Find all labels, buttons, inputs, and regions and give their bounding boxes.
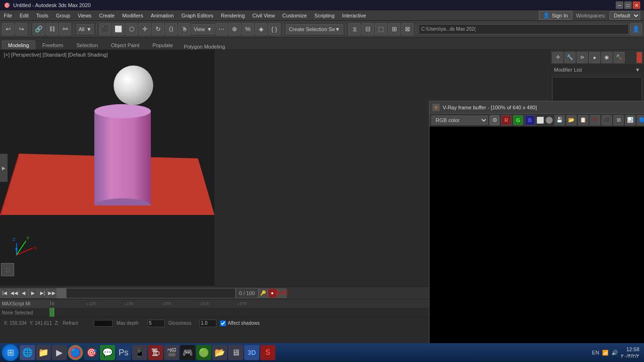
modify-tab[interactable]: 🔧 xyxy=(564,52,576,63)
taskbar-zip[interactable]: 🗜 xyxy=(148,345,163,360)
tl-prev-btn[interactable]: |◀ xyxy=(0,288,9,298)
scale-button[interactable]: ⟨⟩ xyxy=(165,23,177,35)
snap-angle[interactable]: ⊕ xyxy=(229,23,241,35)
filter-dropdown[interactable]: All ▼ xyxy=(76,24,94,34)
taskbar-red-s[interactable]: S xyxy=(260,345,275,360)
tl-next-frame-btn[interactable]: ▶| xyxy=(38,288,47,298)
vray-blue-channel[interactable]: B xyxy=(525,115,535,125)
percent-snap[interactable]: % xyxy=(242,23,254,35)
edit-named[interactable]: { } xyxy=(268,23,281,35)
menu-views[interactable]: Views xyxy=(74,10,95,20)
tab-object-paint[interactable]: Object Paint xyxy=(105,41,146,49)
taskbar-game[interactable]: 🎮 xyxy=(180,345,195,360)
create-selection-button[interactable]: Create Selection Se ▼ xyxy=(286,24,344,34)
workspace-dropdown[interactable]: Default xyxy=(610,11,640,20)
vray-clear-btn[interactable]: ✕ xyxy=(590,115,600,125)
motion-tab[interactable]: ● xyxy=(589,52,600,63)
vray-folder-btn[interactable]: 📂 xyxy=(566,115,577,125)
menu-edit[interactable]: Edit xyxy=(16,10,33,20)
layer-button[interactable]: ⬚ xyxy=(375,23,387,35)
tl-slider[interactable] xyxy=(57,288,236,298)
menu-rendering[interactable]: Rendering xyxy=(217,10,249,20)
snap-toggle[interactable]: ⋯ xyxy=(215,23,228,35)
vray-green-channel[interactable]: G xyxy=(513,115,523,125)
select-button[interactable]: ⬛ xyxy=(99,23,111,35)
move-button[interactable]: ✛ xyxy=(139,23,151,35)
color-swatch[interactable] xyxy=(636,52,642,63)
menu-tools[interactable]: Tools xyxy=(33,10,52,20)
taskbar-whatsapp[interactable]: 💬 xyxy=(100,345,115,360)
maxscript-label[interactable]: MAXScript Mi xyxy=(0,299,49,308)
taskbar-safari[interactable]: 🖥 xyxy=(228,345,243,360)
utilities-tab[interactable]: 🔨 xyxy=(613,52,625,63)
start-button[interactable]: ⊞ xyxy=(2,344,19,361)
sign-in-button[interactable]: 👤 Sign In xyxy=(539,11,572,20)
link-button[interactable]: 🔗 xyxy=(33,23,45,35)
taskbar-unknown[interactable]: 📱 xyxy=(132,345,147,360)
create-tab[interactable]: ✛ xyxy=(552,52,563,63)
user-avatar[interactable]: 👤 xyxy=(630,23,642,35)
vray-stereo-btn[interactable]: ⊞ xyxy=(613,115,624,125)
taskbar-chrome[interactable]: 🔵 xyxy=(68,345,83,360)
tl-play-back-btn[interactable]: ◀◀ xyxy=(9,288,19,298)
taskbar-media[interactable]: ▶ xyxy=(52,345,67,360)
hierarchy-tab[interactable]: ⊳ xyxy=(577,52,588,63)
bind-button[interactable]: ⚯ xyxy=(59,23,71,35)
taskbar-folder2[interactable]: 📂 xyxy=(212,345,227,360)
select-region-button[interactable]: ⬜ xyxy=(112,23,124,35)
menu-create[interactable]: Create xyxy=(95,10,118,20)
taskbar-ps[interactable]: Ps xyxy=(116,345,131,360)
tab-freeform[interactable]: Freeform xyxy=(36,41,70,49)
tab-modeling[interactable]: Modeling xyxy=(2,41,35,49)
menu-graph-editors[interactable]: Graph Editors xyxy=(178,10,217,20)
vray-lens-btn[interactable]: 🔵 xyxy=(637,115,644,125)
mirror-button[interactable]: ⧖ xyxy=(348,23,361,35)
vray-gray-circle[interactable] xyxy=(545,116,553,124)
tl-next-btn[interactable]: ▶▶ xyxy=(47,288,57,298)
taskbar-3dsmax[interactable]: 🎯 xyxy=(84,345,99,360)
close-button[interactable]: ✕ xyxy=(633,1,640,9)
vray-hist-btn[interactable]: 📊 xyxy=(625,115,636,125)
vray-red-channel[interactable]: R xyxy=(501,115,512,125)
spinner-snap[interactable]: ◈ xyxy=(255,23,267,35)
menu-modifiers[interactable]: Modifiers xyxy=(118,10,147,20)
taskbar-3ds[interactable]: 3D xyxy=(244,345,259,360)
taskbar-ie[interactable]: 🌐 xyxy=(20,345,35,360)
display-tab[interactable]: ◉ xyxy=(601,52,612,63)
taskbar-explorer[interactable]: 📁 xyxy=(36,345,51,360)
select-loop-button[interactable]: ⬡ xyxy=(125,23,138,35)
tab-populate[interactable]: Populate xyxy=(146,41,179,49)
vray-channel-btn[interactable]: ⊙ xyxy=(489,115,500,125)
tl-prev-frame-btn[interactable]: ◀ xyxy=(19,288,28,298)
cursor-button[interactable]: 🖱 xyxy=(178,23,190,35)
align-button[interactable]: ⊟ xyxy=(362,23,374,35)
menu-scripting[interactable]: Scripting xyxy=(311,10,339,20)
rotate-button[interactable]: ↻ xyxy=(152,23,164,35)
taskbar-green-app[interactable]: 🟢 xyxy=(196,345,211,360)
vray-save-btn[interactable]: 💾 xyxy=(554,115,565,125)
scene-button[interactable]: ⊞ xyxy=(388,23,400,35)
menu-animation[interactable]: Animation xyxy=(147,10,178,20)
viewport[interactable]: [+] [Perspective] [Standard] [Default Sh… xyxy=(0,50,215,286)
maximize-button[interactable]: □ xyxy=(624,1,632,9)
glossiness-input[interactable] xyxy=(199,320,216,327)
vray-white-circle[interactable] xyxy=(537,116,544,124)
undo-button[interactable]: ↩ xyxy=(2,23,14,35)
volume-icon[interactable]: 🔊 xyxy=(611,350,618,356)
unlink-button[interactable]: ⛓ xyxy=(46,23,58,35)
vray-render-btn[interactable]: ⬛ xyxy=(602,115,612,125)
minimize-button[interactable]: ─ xyxy=(616,1,623,9)
vray-copy-btn[interactable]: 📋 xyxy=(578,115,588,125)
vray-color-mode[interactable]: RGB color xyxy=(431,115,488,125)
max-depth-input[interactable] xyxy=(148,320,165,327)
menu-customize[interactable]: Customize xyxy=(279,10,311,20)
menu-group[interactable]: Group xyxy=(52,10,74,20)
menu-civil-view[interactable]: Civil View xyxy=(248,10,278,20)
redo-button[interactable]: ↪ xyxy=(15,23,27,35)
tab-selection[interactable]: Selection xyxy=(70,41,104,49)
menu-interactive[interactable]: Interactive xyxy=(339,10,370,20)
lang-indicator[interactable]: EN xyxy=(592,350,599,355)
tl-play-btn[interactable]: ▶ xyxy=(28,288,38,298)
menu-file[interactable]: File xyxy=(0,10,16,20)
view-dropdown[interactable]: View ▼ xyxy=(191,24,215,34)
